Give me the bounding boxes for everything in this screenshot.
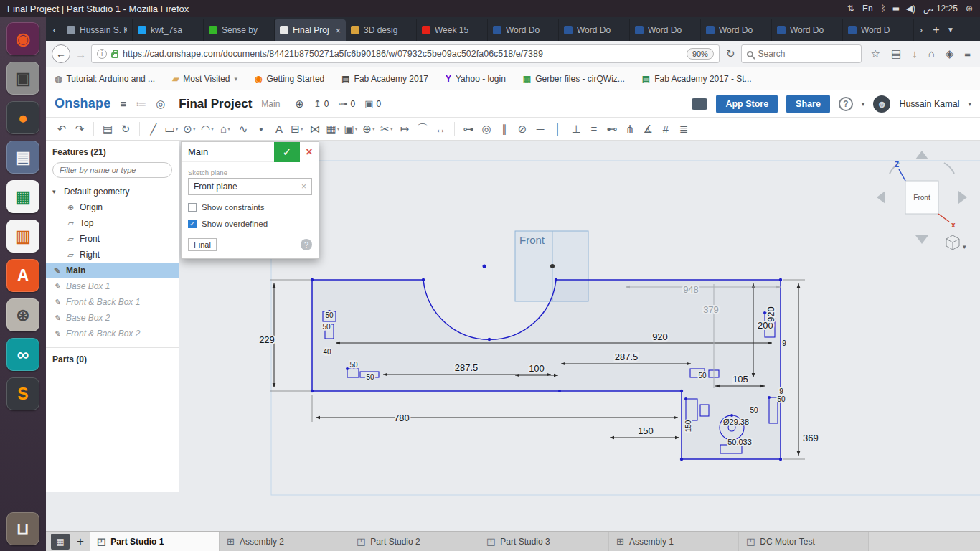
dimension-label[interactable]: 50 (366, 373, 374, 381)
doc-tab-part-studio-1[interactable]: ◰Part Studio 1 (90, 532, 220, 551)
feature-top-plane[interactable]: ▱Top (46, 215, 179, 231)
normal-constraint[interactable]: ⋔ (621, 120, 639, 138)
dimension-label[interactable]: 105 (732, 374, 748, 385)
sketch-name[interactable]: Main (188, 146, 274, 157)
chevron-down-icon[interactable]: ▾ (52, 188, 60, 195)
horizontal-constraint[interactable]: ─ (532, 120, 549, 138)
circle-tool[interactable]: ⊙▾ (181, 120, 198, 138)
dialog-help-icon[interactable]: ? (301, 239, 312, 250)
sketch-tool[interactable]: ▤ (99, 120, 116, 138)
accept-button[interactable]: ✓ (274, 142, 300, 162)
avatar[interactable]: ☻ (873, 95, 890, 113)
browser-tab-active[interactable]: Final Proj× (275, 19, 346, 41)
doc-tab-assembly-1[interactable]: ⊞Assembly 1 (609, 532, 739, 551)
extend-tool[interactable]: ↦ (396, 120, 413, 138)
tab-scroll-right-icon[interactable]: › (914, 19, 928, 41)
manage-tabs-button[interactable]: ▦ (51, 534, 70, 550)
launcher-software-center[interactable]: A (6, 259, 39, 292)
rotate-right-arrow[interactable] (958, 191, 967, 204)
dimension-label[interactable]: 229 (259, 334, 275, 345)
parallel-constraint[interactable]: ∥ (496, 120, 513, 138)
bookmark-item[interactable]: ▤Fab Academy 2017 - St... (642, 74, 752, 84)
trim-tool[interactable]: ✂▾ (378, 120, 395, 138)
search-input[interactable] (758, 49, 856, 59)
browser-tab[interactable]: Word Do (701, 19, 772, 41)
fix-constraint[interactable]: ≣ (675, 120, 692, 138)
launcher-ubuntu-dash[interactable]: ◉ (6, 22, 39, 55)
view-cube[interactable]: Front Z x ▾ (868, 143, 976, 255)
doc-tab-part-studio-3[interactable]: ◰Part Studio 3 (479, 532, 609, 551)
dimension-label[interactable]: 369 (803, 433, 819, 443)
angle-constraint[interactable]: ∡ (639, 120, 656, 138)
browser-tab[interactable]: Word Do (772, 19, 843, 41)
line-tool[interactable]: ╱ (145, 120, 162, 138)
feature-suppressed[interactable]: ✎Front & Back Box 2 (46, 326, 179, 342)
help-caret-icon[interactable]: ▾ (862, 100, 865, 108)
url-input[interactable] (123, 49, 682, 59)
browser-tab[interactable]: kwt_7sa (133, 19, 204, 41)
dimension-label[interactable]: 50 (777, 395, 786, 403)
dimension-label[interactable]: 780 (394, 413, 410, 423)
tab-close-icon[interactable]: × (335, 25, 341, 36)
versions-icon[interactable]: ≔ (136, 98, 146, 110)
dimension-label[interactable]: 50 (349, 361, 358, 369)
show-constraints-checkbox[interactable] (188, 203, 197, 212)
share-button[interactable]: Share (786, 95, 830, 113)
clock[interactable]: ص 12:25 (923, 4, 958, 14)
transform-tool[interactable]: ⊕▾ (360, 120, 377, 138)
rotate-left-arrow[interactable] (877, 191, 885, 204)
show-overdefined-row[interactable]: Show overdefined (188, 220, 312, 228)
browser-tab[interactable]: Word D (843, 19, 914, 41)
launcher-libreoffice-impress[interactable]: ▥ (6, 220, 39, 253)
launcher-libreoffice-calc[interactable]: ▦ (6, 180, 39, 213)
cancel-button[interactable]: × (300, 142, 319, 162)
chat-icon[interactable] (692, 98, 707, 110)
keyboard-layout-indicator[interactable]: En (862, 4, 873, 14)
reload-icon[interactable]: ↻ (725, 47, 737, 60)
launcher-sublime[interactable]: S (6, 377, 39, 410)
feature-origin[interactable]: ⊕Origin (46, 199, 179, 215)
graphics-area[interactable]: Front (179, 141, 980, 531)
pattern-tool[interactable]: ▦▾ (324, 120, 341, 138)
dimension-label[interactable]: Ø29.38 (723, 418, 749, 426)
home-icon[interactable]: ⌂ (928, 47, 935, 60)
menu-icon[interactable]: ≡ (964, 47, 971, 60)
back-button[interactable]: ← (52, 44, 70, 63)
new-tab-button[interactable]: + (928, 19, 944, 41)
browser-tab[interactable]: Hussain S. K (62, 19, 133, 41)
text-tool[interactable]: A (270, 120, 288, 138)
launcher-trash[interactable]: ⊔ (6, 512, 39, 545)
redo-tool[interactable]: ↷ (71, 120, 88, 138)
user-caret-icon[interactable]: ▾ (968, 100, 971, 108)
onshape-logo[interactable]: Onshape (55, 96, 110, 111)
app-store-button[interactable]: App Store (716, 95, 778, 113)
equal-constraint[interactable]: = (585, 120, 603, 138)
launcher-system-settings[interactable]: ⊛ (6, 298, 39, 331)
network-icon[interactable]: ⇅ (847, 4, 854, 14)
feature-right-plane[interactable]: ▱Right (46, 247, 179, 263)
search-bar[interactable] (741, 44, 862, 63)
sketch-plane-field[interactable]: Front plane × (188, 178, 312, 195)
clear-selection-icon[interactable]: × (301, 182, 306, 192)
feature-front-plane[interactable]: ▱Front (46, 231, 179, 247)
browser-tab[interactable]: Word Do (559, 19, 630, 41)
bluetooth-icon[interactable]: ᛒ (881, 4, 886, 14)
dimension-label[interactable]: 150 (638, 425, 654, 436)
show-constraints-row[interactable]: Show constraints (188, 203, 312, 212)
arc-tool[interactable]: ◠▾ (199, 120, 216, 138)
dimension-label[interactable]: 50 (322, 323, 331, 331)
perpendicular-constraint[interactable]: ⊥ (567, 120, 585, 138)
tab-list-icon[interactable]: ▼ (944, 19, 957, 41)
feature-suppressed[interactable]: ✎Base Box 2 (46, 310, 179, 326)
dimension-label[interactable]: 9 (779, 387, 783, 395)
volume-icon[interactable]: ◀) (906, 4, 915, 14)
page-info-icon[interactable]: i (97, 49, 107, 59)
mirror-tool[interactable]: ⋈ (306, 120, 324, 138)
point-tool[interactable]: • (253, 120, 270, 138)
session-menu-icon[interactable]: ⊛ (966, 4, 973, 14)
rectangle-tool[interactable]: ▭▾ (163, 120, 180, 138)
dimension-label[interactable]: 150 (684, 420, 692, 432)
history-icon[interactable]: ◎ (156, 98, 165, 110)
concentric-constraint[interactable]: ◎ (478, 120, 495, 138)
public-globe-icon[interactable]: ⊕ (295, 98, 304, 110)
